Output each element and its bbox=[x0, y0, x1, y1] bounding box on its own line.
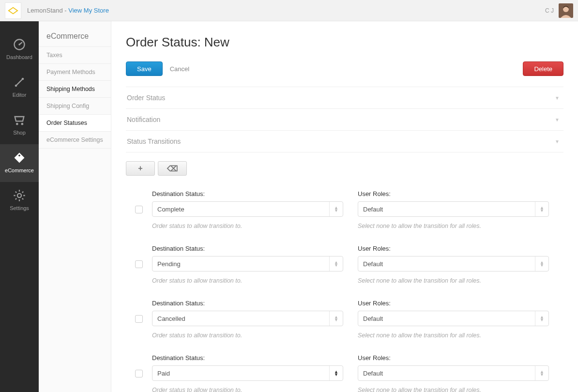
nav-settings[interactable]: Settings bbox=[0, 182, 39, 220]
page-actions: Save Cancel Delete bbox=[126, 61, 563, 76]
destination-status-select[interactable]: Paid ▲▼ bbox=[152, 365, 343, 381]
delete-button[interactable]: Delete bbox=[523, 61, 563, 76]
user-initials: C J bbox=[545, 7, 554, 14]
updown-icon: ▲▼ bbox=[535, 256, 548, 271]
gauge-icon bbox=[13, 38, 26, 51]
svg-point-3 bbox=[18, 44, 20, 45]
subnav-ecommerce-settings[interactable]: eCommerce Settings bbox=[39, 131, 111, 149]
updown-icon: ▲▼ bbox=[329, 311, 343, 326]
updown-icon: ▲▼ bbox=[329, 366, 343, 380]
svg-point-9 bbox=[17, 194, 21, 197]
subnav-payment-methods[interactable]: Payment Methods bbox=[39, 63, 111, 80]
destination-status-label: Destination Status: bbox=[152, 354, 343, 362]
brand-title: LemonStand - View My Store bbox=[27, 7, 109, 14]
user-roles-select[interactable]: Default ▲▼ bbox=[358, 311, 549, 326]
topbar: LemonStand - View My Store C J bbox=[0, 0, 578, 21]
brand-name: LemonStand bbox=[27, 7, 63, 14]
updown-icon: ▲▼ bbox=[329, 202, 343, 216]
user-roles-select[interactable]: Default ▲▼ bbox=[358, 201, 549, 217]
user-roles-hint: Select none to allow the transition for … bbox=[358, 332, 549, 339]
subnav-title: eCommerce bbox=[39, 21, 111, 46]
nav-editor[interactable]: Editor bbox=[0, 69, 39, 106]
subnav-shipping-config[interactable]: Shipping Config bbox=[39, 97, 111, 114]
destination-status-label: Destination Status: bbox=[152, 190, 343, 197]
user-roles-hint: Select none to allow the transition for … bbox=[358, 277, 549, 284]
transitions-toolbar: + ⌫ bbox=[126, 161, 563, 176]
user-roles-label: User Roles: bbox=[358, 245, 549, 252]
brand-logo[interactable] bbox=[5, 2, 21, 19]
wrench-icon bbox=[13, 75, 26, 89]
destination-hint: Order status to allow transition to. bbox=[152, 387, 343, 392]
lemonstand-icon bbox=[8, 5, 18, 16]
avatar-image bbox=[559, 3, 573, 18]
backspace-icon: ⌫ bbox=[167, 164, 178, 173]
destination-status-select[interactable]: Cancelled ▲▼ bbox=[152, 311, 343, 326]
svg-point-5 bbox=[22, 78, 24, 80]
subnav-shipping-methods[interactable]: Shipping Methods bbox=[39, 80, 111, 97]
avatar[interactable] bbox=[559, 3, 573, 18]
tag-icon bbox=[13, 151, 26, 165]
destination-hint: Order status to allow transition to. bbox=[152, 332, 343, 339]
row-checkbox[interactable] bbox=[135, 260, 143, 268]
destination-status-label: Destination Status: bbox=[152, 300, 343, 307]
destination-hint: Order status to allow transition to. bbox=[152, 223, 343, 229]
destination-hint: Order status to allow transition to. bbox=[152, 277, 343, 284]
page-title: Order Status: New bbox=[126, 35, 563, 50]
accordion-notification[interactable]: Notification ▼ bbox=[126, 109, 563, 131]
user-roles-label: User Roles: bbox=[358, 300, 549, 307]
subnav-taxes[interactable]: Taxes bbox=[39, 46, 111, 63]
user-roles-label: User Roles: bbox=[358, 354, 549, 362]
svg-point-8 bbox=[18, 154, 20, 156]
gear-icon bbox=[13, 189, 26, 202]
save-button[interactable]: Save bbox=[126, 61, 163, 76]
updown-icon: ▲▼ bbox=[535, 311, 548, 326]
sub-nav: eCommerce Taxes Payment Methods Shipping… bbox=[39, 21, 111, 392]
destination-status-select[interactable]: Complete ▲▼ bbox=[152, 201, 343, 217]
main-nav: Dashboard Editor Shop eCommerce Settings bbox=[0, 21, 39, 392]
nav-ecommerce[interactable]: eCommerce bbox=[0, 144, 39, 182]
chevron-down-icon: ▼ bbox=[555, 95, 560, 101]
nav-dashboard[interactable]: Dashboard bbox=[0, 31, 39, 69]
user-roles-select[interactable]: Default ▲▼ bbox=[358, 256, 549, 271]
transition-row: Destination Status: Paid ▲▼ Order status… bbox=[126, 349, 563, 392]
accordion-status-transitions[interactable]: Status Transitions ▼ bbox=[126, 131, 563, 152]
nav-shop[interactable]: Shop bbox=[0, 106, 39, 144]
transition-row: Destination Status: Pending ▲▼ Order sta… bbox=[126, 240, 563, 295]
user-roles-hint: Select none to allow the transition for … bbox=[358, 223, 549, 229]
transitions-list: Destination Status: Complete ▲▼ Order st… bbox=[126, 185, 563, 392]
chevron-down-icon: ▼ bbox=[555, 139, 560, 144]
updown-icon: ▲▼ bbox=[535, 366, 548, 380]
transition-row: Destination Status: Complete ▲▼ Order st… bbox=[126, 185, 563, 240]
svg-point-6 bbox=[16, 123, 18, 125]
row-checkbox[interactable] bbox=[135, 206, 143, 213]
accordion: Order Status ▼ Notification ▼ Status Tra… bbox=[126, 87, 563, 152]
subnav-order-statuses[interactable]: Order Statuses bbox=[39, 114, 111, 131]
svg-point-7 bbox=[21, 123, 24, 125]
row-checkbox[interactable] bbox=[135, 370, 143, 377]
svg-point-4 bbox=[15, 85, 17, 87]
transition-row: Destination Status: Cancelled ▲▼ Order s… bbox=[126, 295, 563, 349]
chevron-down-icon: ▼ bbox=[555, 117, 560, 122]
plus-icon: + bbox=[138, 164, 142, 173]
cancel-button[interactable]: Cancel bbox=[163, 61, 197, 76]
accordion-order-status[interactable]: Order Status ▼ bbox=[126, 87, 563, 109]
destination-status-label: Destination Status: bbox=[152, 245, 343, 252]
updown-icon: ▲▼ bbox=[329, 256, 343, 271]
cart-icon bbox=[13, 113, 26, 127]
updown-icon: ▲▼ bbox=[535, 202, 548, 216]
user-roles-label: User Roles: bbox=[358, 190, 549, 197]
destination-status-select[interactable]: Pending ▲▼ bbox=[152, 256, 343, 271]
add-transition-button[interactable]: + bbox=[126, 161, 155, 176]
view-store-link[interactable]: View My Store bbox=[68, 7, 109, 14]
row-checkbox[interactable] bbox=[135, 315, 143, 323]
user-roles-select[interactable]: Default ▲▼ bbox=[358, 365, 549, 381]
remove-transition-button[interactable]: ⌫ bbox=[158, 161, 187, 176]
main-content: Order Status: New Save Cancel Delete Ord… bbox=[111, 21, 578, 392]
user-roles-hint: Select none to allow the transition for … bbox=[358, 387, 549, 392]
